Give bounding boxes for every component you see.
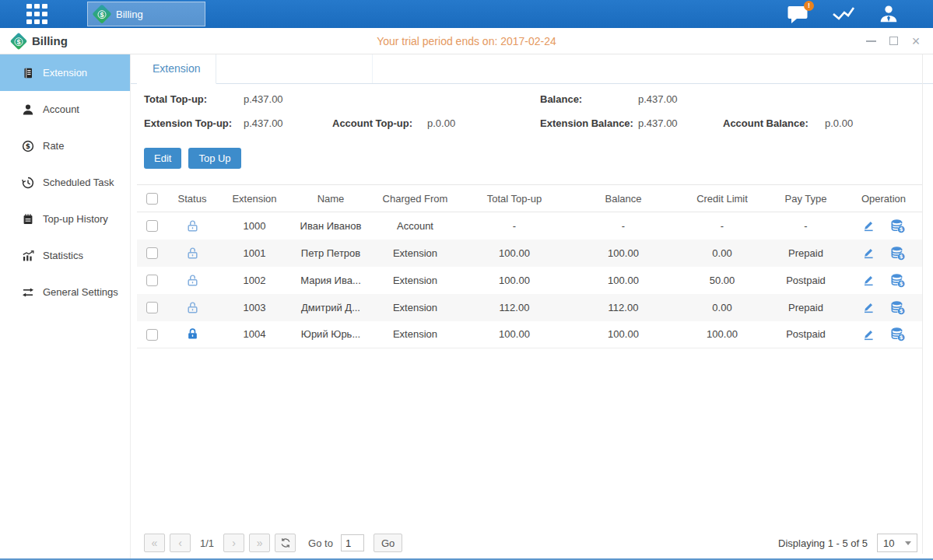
cell-name: Мария Ива... bbox=[291, 267, 370, 294]
table-row[interactable]: 1001 Петр Петров Extension 100.00 100.00… bbox=[137, 240, 922, 267]
header-credit-limit: Credit Limit bbox=[678, 185, 766, 212]
maximize-button[interactable] bbox=[887, 35, 900, 47]
cell-pay-type: Prepaid bbox=[766, 294, 845, 321]
cell-balance: 100.00 bbox=[569, 240, 678, 267]
cell-total-topup: 100.00 bbox=[460, 240, 569, 267]
cell-extension: 1004 bbox=[218, 321, 291, 348]
top-up-row-icon[interactable] bbox=[890, 219, 905, 233]
row-checkbox[interactable] bbox=[146, 275, 158, 286]
billing-app-tab[interactable]: $ Billing bbox=[87, 2, 205, 26]
lock-open-icon bbox=[186, 219, 199, 233]
cell-name: Юрий Юрь... bbox=[291, 321, 370, 348]
minimize-button[interactable] bbox=[865, 35, 877, 47]
page-indicator: 1/1 bbox=[200, 537, 214, 549]
sidebar-item-extension[interactable]: Extension bbox=[0, 54, 130, 91]
edit-row-icon[interactable] bbox=[862, 274, 875, 286]
tab-extension[interactable]: Extension bbox=[137, 54, 216, 84]
user-account-button[interactable] bbox=[879, 4, 899, 24]
edit-row-icon[interactable] bbox=[862, 247, 875, 259]
goto-page-input[interactable] bbox=[341, 534, 364, 551]
lock-open-icon bbox=[186, 247, 199, 260]
ledger-icon bbox=[22, 67, 34, 79]
sidebar-item-rate[interactable]: Rate bbox=[0, 128, 130, 164]
account-balance-label: Account Balance: bbox=[723, 117, 825, 129]
cell-credit-limit: 0.00 bbox=[678, 294, 766, 321]
tab-strip: Extension bbox=[131, 54, 933, 84]
edit-button[interactable]: Edit bbox=[144, 148, 181, 169]
top-up-button[interactable]: Top Up bbox=[188, 148, 240, 169]
header-total-topup: Total Top-up bbox=[460, 185, 569, 212]
sidebar-item-topup-history[interactable]: Top-up History bbox=[0, 201, 130, 237]
dropdown-arrow-icon bbox=[905, 541, 911, 545]
cell-balance: 112.00 bbox=[569, 294, 678, 321]
clock-history-icon bbox=[22, 177, 34, 189]
notification-badge: ! bbox=[804, 1, 814, 11]
app-menu-grid-icon[interactable] bbox=[26, 4, 47, 25]
extension-balance-label: Extension Balance: bbox=[540, 117, 638, 129]
edit-row-icon[interactable] bbox=[862, 219, 875, 232]
cell-extension: 1000 bbox=[218, 212, 291, 240]
sidebar-item-general-settings[interactable]: General Settings bbox=[0, 274, 130, 310]
cell-pay-type: - bbox=[766, 212, 845, 240]
table-row[interactable]: 1004 Юрий Юрь... Extension 100.00 100.00… bbox=[137, 321, 922, 348]
cell-name: Иван Иванов bbox=[291, 212, 370, 240]
minimize-icon bbox=[866, 40, 876, 42]
sidebar-item-label: Account bbox=[43, 103, 79, 115]
first-page-button[interactable]: « bbox=[144, 534, 165, 552]
prev-page-button[interactable]: ‹ bbox=[170, 534, 191, 552]
go-button[interactable]: Go bbox=[374, 534, 402, 552]
table-actions: Edit Top Up bbox=[144, 148, 933, 169]
resource-monitor-button[interactable] bbox=[832, 5, 855, 23]
table-row[interactable]: 1003 Дмитрий Д... Extension 112.00 112.0… bbox=[137, 294, 922, 321]
row-checkbox[interactable] bbox=[146, 220, 158, 232]
sidebar-item-label: Extension bbox=[43, 67, 87, 79]
close-button[interactable]: × bbox=[910, 35, 922, 47]
maximize-icon bbox=[889, 37, 898, 45]
next-page-button[interactable]: › bbox=[223, 534, 244, 552]
sidebar-item-account[interactable]: Account bbox=[0, 91, 130, 128]
top-up-row-icon[interactable] bbox=[890, 273, 905, 288]
sidebar-item-label: General Settings bbox=[43, 286, 118, 298]
top-up-row-icon[interactable] bbox=[890, 300, 905, 315]
notifications-button[interactable]: ! bbox=[787, 5, 808, 24]
row-checkbox[interactable] bbox=[146, 302, 158, 313]
window-titlebar: $ Billing Your trial period ends on: 201… bbox=[0, 28, 933, 54]
sidebar-item-label: Scheduled Task bbox=[43, 177, 114, 188]
row-checkbox[interactable] bbox=[146, 247, 158, 259]
cell-extension: 1003 bbox=[218, 294, 291, 321]
header-operation: Operation bbox=[845, 185, 922, 212]
top-up-row-icon[interactable] bbox=[890, 327, 905, 341]
cell-pay-type: Prepaid bbox=[766, 240, 845, 267]
select-all-checkbox[interactable] bbox=[146, 193, 158, 205]
cell-name: Дмитрий Д... bbox=[291, 294, 370, 321]
balance-label: Balance: bbox=[540, 93, 638, 105]
header-extension: Extension bbox=[218, 185, 291, 212]
topbar: $ Billing ! bbox=[0, 0, 933, 28]
billing-diamond-icon: $ bbox=[10, 32, 28, 50]
balance-value: p.437.00 bbox=[638, 93, 678, 105]
cell-total-topup: 112.00 bbox=[460, 294, 569, 321]
refresh-button[interactable] bbox=[275, 534, 296, 552]
top-up-row-icon[interactable] bbox=[890, 246, 905, 261]
window-title: Billing bbox=[32, 34, 68, 47]
sidebar-item-scheduled-task[interactable]: Scheduled Task bbox=[0, 164, 130, 201]
sidebar-item-label: Top-up History bbox=[43, 213, 108, 225]
person-icon bbox=[22, 103, 34, 116]
account-topup-label: Account Top-up: bbox=[332, 117, 427, 129]
cell-balance: 100.00 bbox=[569, 321, 678, 348]
edit-row-icon[interactable] bbox=[862, 301, 875, 313]
page-size-select[interactable]: 10 bbox=[877, 534, 917, 552]
sidebar-item-statistics[interactable]: Statistics bbox=[0, 237, 130, 274]
row-checkbox[interactable] bbox=[146, 329, 158, 341]
last-page-button[interactable]: » bbox=[249, 534, 270, 552]
cell-extension: 1001 bbox=[218, 240, 291, 267]
cell-total-topup: - bbox=[460, 212, 569, 240]
balance-summary: Total Top-up: p.437.00 Extension Top-up:… bbox=[144, 87, 933, 135]
table-row[interactable]: 1002 Мария Ива... Extension 100.00 100.0… bbox=[137, 267, 922, 294]
edit-row-icon[interactable] bbox=[862, 328, 875, 341]
table-row[interactable]: 1000 Иван Иванов Account - - - - bbox=[137, 212, 922, 240]
page-size-value: 10 bbox=[883, 537, 894, 549]
tab-strip-spacer bbox=[216, 54, 373, 83]
cell-balance: - bbox=[569, 212, 678, 240]
refresh-icon bbox=[280, 537, 291, 548]
